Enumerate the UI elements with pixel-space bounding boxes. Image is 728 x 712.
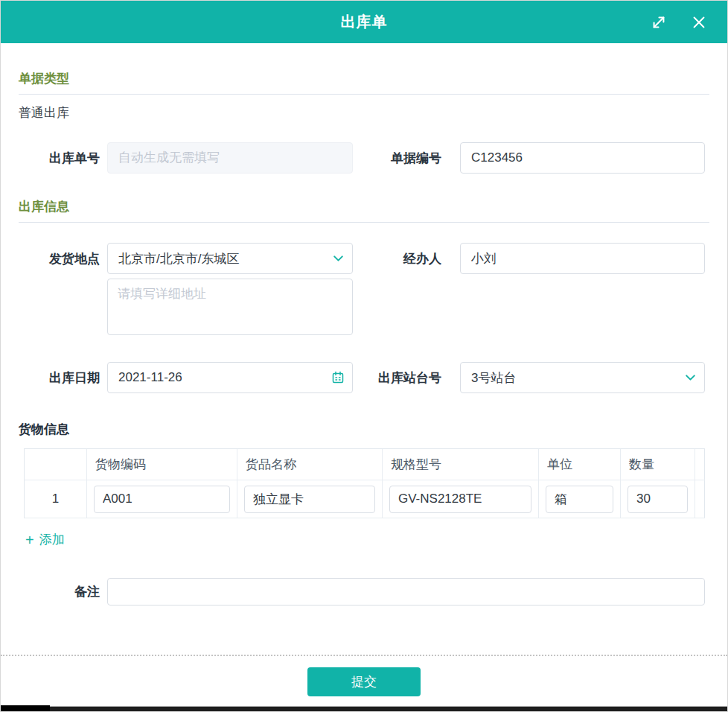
dialog-body: 单据类型 普通出库 出库单号 单据编号 出库信息 发货地点 北京市/北京市/东城… — [1, 70, 727, 605]
goods-code-input[interactable] — [94, 486, 230, 513]
row-out-date: 出库日期 出库站台号 3号站 — [19, 362, 709, 393]
doc-no-input[interactable] — [460, 142, 705, 174]
ship-location-value: 北京市/北京市/东城区 — [118, 250, 239, 267]
add-row-button[interactable]: + 添加 — [25, 531, 65, 548]
add-row-label: 添加 — [39, 531, 65, 548]
goods-qty-cell — [621, 480, 695, 518]
calendar-icon — [331, 371, 345, 384]
row-ship-location: 发货地点 北京市/北京市/东城区 经办人 — [19, 243, 709, 274]
order-no-label: 出库单号 — [19, 150, 100, 167]
platform-label: 出库站台号 — [353, 369, 441, 387]
row-address-detail — [19, 279, 709, 338]
row-gutter — [695, 480, 705, 518]
section-title-doc-type: 单据类型 — [19, 70, 709, 87]
goods-name-input[interactable] — [244, 486, 375, 513]
remark-input[interactable] — [107, 578, 705, 605]
out-date-picker[interactable] — [107, 362, 353, 393]
col-header-unit: 单位 — [539, 449, 621, 480]
goods-unit-input[interactable] — [546, 486, 613, 513]
goods-code-cell — [87, 480, 237, 518]
goods-table-header: 货物编码 货品名称 规格型号 单位 数量 — [25, 449, 704, 480]
col-header-qty: 数量 — [621, 449, 695, 480]
bottom-edge-bar — [1, 705, 727, 711]
section-title-outbound-info: 出库信息 — [19, 198, 709, 215]
ship-location-select[interactable]: 北京市/北京市/东城区 — [107, 243, 353, 274]
goods-table-row: 1 — [25, 480, 704, 518]
chevron-down-icon — [332, 252, 345, 265]
footer-divider — [1, 655, 727, 656]
row-index: 1 — [25, 480, 87, 518]
section-divider — [19, 94, 709, 95]
dialog-title: 出库单 — [341, 12, 388, 32]
goods-spec-cell — [383, 480, 539, 518]
goods-name-cell — [237, 480, 383, 518]
col-header-name: 货品名称 — [237, 449, 383, 480]
col-header-spec: 规格型号 — [383, 449, 539, 480]
section-title-goods-info: 货物信息 — [19, 421, 709, 438]
address-detail-textarea[interactable] — [107, 279, 353, 335]
plus-icon: + — [25, 533, 34, 547]
handler-label: 经办人 — [353, 250, 441, 267]
col-header-gutter — [695, 449, 705, 480]
out-date-label: 出库日期 — [19, 369, 100, 387]
goods-spec-input[interactable] — [389, 486, 531, 513]
bottom-edge-left — [1, 705, 50, 711]
doc-type-value: 普通出库 — [19, 104, 709, 121]
dialog-header: 出库单 — [1, 1, 727, 43]
dialog-header-actions — [650, 1, 708, 43]
ship-location-label: 发货地点 — [19, 250, 100, 267]
col-header-index — [25, 449, 87, 480]
platform-value: 3号站台 — [471, 369, 516, 387]
order-no-input[interactable] — [107, 142, 353, 174]
col-header-code: 货物编码 — [87, 449, 237, 480]
goods-unit-cell — [539, 480, 621, 518]
handler-input[interactable] — [460, 243, 705, 274]
submit-button[interactable]: 提交 — [307, 667, 421, 696]
goods-qty-input[interactable] — [628, 486, 688, 513]
outbound-order-dialog: 出库单 单据类型 普通出库 出库单号 — [0, 0, 728, 712]
goods-table: 货物编码 货品名称 规格型号 单位 数量 1 — [24, 448, 705, 518]
expand-icon[interactable] — [650, 13, 668, 31]
row-order-no: 出库单号 单据编号 — [19, 142, 709, 174]
section-divider — [19, 222, 709, 223]
chevron-down-icon — [684, 372, 697, 384]
close-icon[interactable] — [690, 13, 708, 31]
platform-select[interactable]: 3号站台 — [460, 362, 705, 393]
bottom-edge-right — [50, 706, 727, 711]
doc-no-label: 单据编号 — [353, 150, 441, 167]
out-date-input[interactable] — [107, 362, 353, 393]
remark-label: 备注 — [19, 583, 100, 600]
row-remark: 备注 — [19, 578, 709, 605]
